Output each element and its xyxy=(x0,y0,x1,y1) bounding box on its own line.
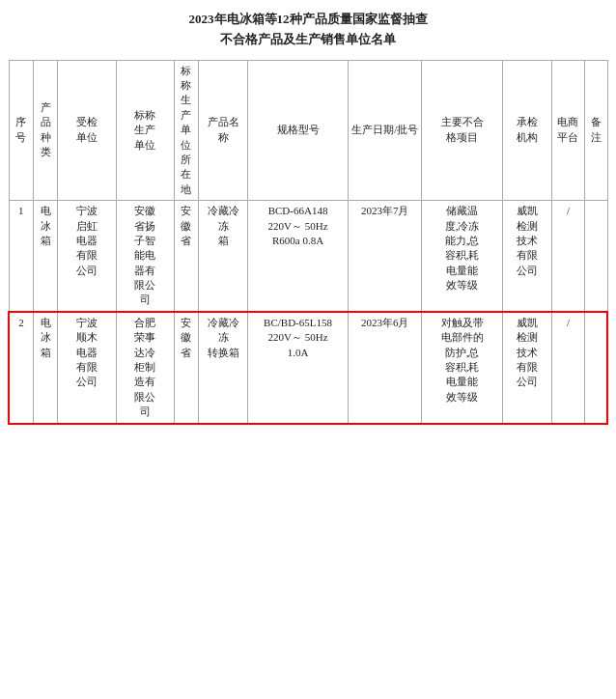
col-header-prod-date: 生产日期/批号 xyxy=(349,60,422,201)
page-title: 2023年电冰箱等12种产品质量国家监督抽查 不合格产品及生产销售单位名单 xyxy=(8,10,608,50)
cell-product-name-2: 冷藏冷冻转换箱 xyxy=(199,312,248,424)
col-header-remarks: 备注 xyxy=(585,60,607,201)
col-header-product-type: 产品种类 xyxy=(33,60,57,201)
cell-brand-unit-2: 合肥荣事达冷柜制造有限公司 xyxy=(116,312,174,424)
cell-brand-unit-1: 安徽省扬子智能电器有限公司 xyxy=(116,201,174,312)
col-header-seq: 序号 xyxy=(9,60,33,201)
main-table: 序号 产品种类 受检单位 标称生产单位 标称生产单位所在地 产品名称 规格型号 … xyxy=(8,60,608,425)
cell-seq-2: 2 xyxy=(9,312,33,424)
table-row: 1 电冰箱 宁波启虹电器有限公司 安徽省扬子智能电器有限公司 安徽省 冷藏冷冻箱… xyxy=(9,201,607,312)
cell-main-issues-2: 对触及带电部件的防护,总容积,耗电量能效等级 xyxy=(422,312,502,424)
cell-ecommerce-2: / xyxy=(551,312,585,424)
cell-product-name-1: 冷藏冷冻箱 xyxy=(199,201,248,312)
cell-inspected-unit-2: 宁波顺木电器有限公司 xyxy=(58,312,116,424)
cell-brand-location-2: 安徽省 xyxy=(174,312,198,424)
col-header-brand-location: 标称生产单位所在地 xyxy=(174,60,198,201)
cell-remarks-1 xyxy=(585,201,607,312)
cell-product-type-2: 电冰箱 xyxy=(33,312,57,424)
col-header-brand-unit: 标称生产单位 xyxy=(116,60,174,201)
table-row-highlighted: 2 电冰箱 宁波顺木电器有限公司 合肥荣事达冷柜制造有限公司 安徽省 冷藏冷冻转… xyxy=(9,312,607,424)
cell-inspected-unit-1: 宁波启虹电器有限公司 xyxy=(58,201,116,312)
cell-brand-location-1: 安徽省 xyxy=(174,201,198,312)
cell-prod-date-1: 2023年7月 xyxy=(349,201,422,312)
cell-remarks-2 xyxy=(585,312,607,424)
col-header-inspection-org: 承检机构 xyxy=(502,60,551,201)
cell-prod-date-2: 2023年6月 xyxy=(349,312,422,424)
col-header-product-name: 产品名称 xyxy=(199,60,248,201)
col-header-ecommerce: 电商平台 xyxy=(551,60,585,201)
table-header-row: 序号 产品种类 受检单位 标称生产单位 标称生产单位所在地 产品名称 规格型号 … xyxy=(9,60,607,201)
col-header-main-issues: 主要不合格项目 xyxy=(422,60,502,201)
cell-ecommerce-1: / xyxy=(551,201,585,312)
cell-main-issues-1: 储藏温度,冷冻能力,总容积,耗电量能效等级 xyxy=(422,201,502,312)
cell-seq-1: 1 xyxy=(9,201,33,312)
cell-product-type-1: 电冰箱 xyxy=(33,201,57,312)
col-header-inspected-unit: 受检单位 xyxy=(58,60,116,201)
col-header-spec-model: 规格型号 xyxy=(247,60,348,201)
cell-inspection-org-1: 威凯检测技术有限公司 xyxy=(502,201,551,312)
cell-inspection-org-2: 威凯检测技术有限公司 xyxy=(502,312,551,424)
cell-spec-model-2: BC/BD-65L158220V～ 50Hz1.0A xyxy=(247,312,348,424)
cell-spec-model-1: BCD-66A148220V～ 50HzR600a 0.8A xyxy=(247,201,348,312)
